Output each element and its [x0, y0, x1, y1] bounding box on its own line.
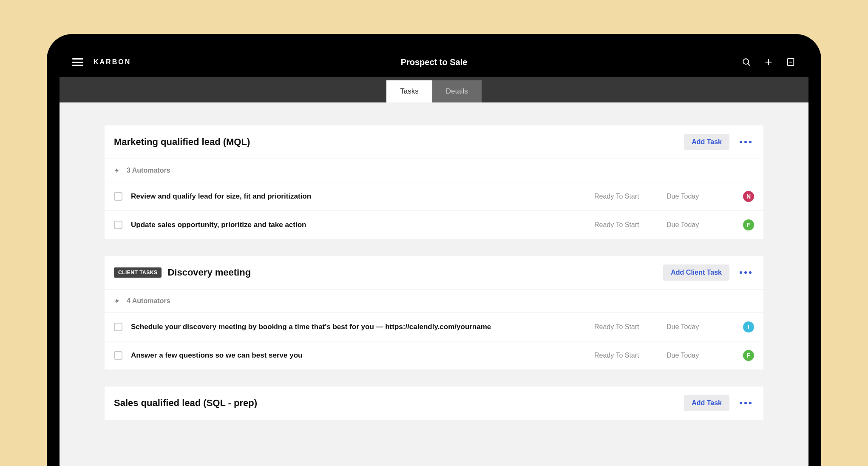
tab-bar: Tasks Details: [60, 77, 808, 102]
device-frame: KARBON Prospect to Sale Tasks Details: [47, 34, 821, 466]
task-row[interactable]: Update sales opportunity, prioritize and…: [105, 211, 763, 239]
task-checkbox[interactable]: [114, 221, 122, 229]
task-title: Answer a few questions so we can best se…: [131, 351, 586, 360]
task-due: Due Today: [667, 221, 735, 229]
header-right: [741, 57, 796, 67]
task-due: Due Today: [667, 352, 735, 359]
avatar[interactable]: N: [743, 191, 754, 202]
tab-details[interactable]: Details: [432, 80, 482, 102]
task-checkbox[interactable]: [114, 323, 122, 331]
task-title: Review and qualify lead for size, fit an…: [131, 192, 586, 201]
more-icon[interactable]: [737, 269, 754, 276]
avatar[interactable]: I: [743, 321, 754, 332]
automators-count: 3 Automators: [127, 167, 170, 174]
automators-row[interactable]: 4 Automators: [105, 290, 763, 313]
section-header: CLIENT TASKS Discovery meeting Add Clien…: [105, 256, 763, 290]
section-title: Marketing qualified lead (MQL): [114, 136, 250, 148]
add-task-button[interactable]: Add Task: [684, 395, 729, 411]
avatar[interactable]: F: [743, 219, 754, 230]
section-title: Sales qualified lead (SQL - prep): [114, 398, 257, 409]
page-title: Prospect to Sale: [401, 57, 468, 67]
header-left: KARBON: [72, 58, 131, 66]
task-due: Due Today: [667, 193, 735, 200]
task-title: Schedule your discovery meeting by booki…: [131, 323, 586, 331]
more-icon[interactable]: [737, 138, 754, 146]
section-actions: Add Task: [684, 395, 754, 411]
automators-row[interactable]: 3 Automators: [105, 159, 763, 182]
task-status: Ready To Start: [594, 193, 658, 200]
hamburger-icon[interactable]: [72, 58, 83, 66]
automators-count: 4 Automators: [127, 297, 170, 305]
task-row[interactable]: Schedule your discovery meeting by booki…: [105, 313, 763, 341]
bolt-icon: [114, 168, 120, 173]
task-row[interactable]: Answer a few questions so we can best se…: [105, 341, 763, 369]
content-area: Marketing qualified lead (MQL) Add Task …: [60, 102, 808, 466]
app-header: KARBON Prospect to Sale: [60, 47, 808, 77]
section-actions: Add Client Task: [663, 264, 754, 281]
section-actions: Add Task: [684, 134, 754, 150]
task-status: Ready To Start: [594, 352, 658, 359]
section-header: Sales qualified lead (SQL - prep) Add Ta…: [105, 386, 763, 420]
add-client-task-button[interactable]: Add Client Task: [663, 264, 729, 281]
app-screen: KARBON Prospect to Sale Tasks Details: [60, 47, 808, 466]
brand-logo: KARBON: [94, 58, 131, 66]
task-status: Ready To Start: [594, 221, 658, 229]
avatar[interactable]: F: [743, 350, 754, 361]
section-discovery: CLIENT TASKS Discovery meeting Add Clien…: [105, 256, 763, 369]
task-due: Due Today: [667, 323, 735, 331]
bolt-icon: [114, 298, 120, 304]
add-task-button[interactable]: Add Task: [684, 134, 729, 150]
more-icon[interactable]: [737, 399, 754, 407]
task-checkbox[interactable]: [114, 192, 122, 201]
section-sql: Sales qualified lead (SQL - prep) Add Ta…: [105, 386, 763, 420]
client-tasks-badge: CLIENT TASKS: [114, 267, 162, 278]
task-checkbox[interactable]: [114, 351, 122, 360]
notes-icon[interactable]: [786, 57, 796, 67]
task-status: Ready To Start: [594, 323, 658, 331]
section-mql: Marketing qualified lead (MQL) Add Task …: [105, 125, 763, 239]
task-title: Update sales opportunity, prioritize and…: [131, 221, 586, 229]
search-icon[interactable]: [741, 57, 752, 67]
section-header: Marketing qualified lead (MQL) Add Task: [105, 125, 763, 159]
section-title: Discovery meeting: [167, 267, 251, 278]
task-row[interactable]: Review and qualify lead for size, fit an…: [105, 182, 763, 211]
add-icon[interactable]: [763, 57, 774, 67]
svg-point-0: [743, 59, 749, 64]
tab-tasks[interactable]: Tasks: [386, 80, 432, 102]
svg-line-1: [748, 63, 750, 65]
